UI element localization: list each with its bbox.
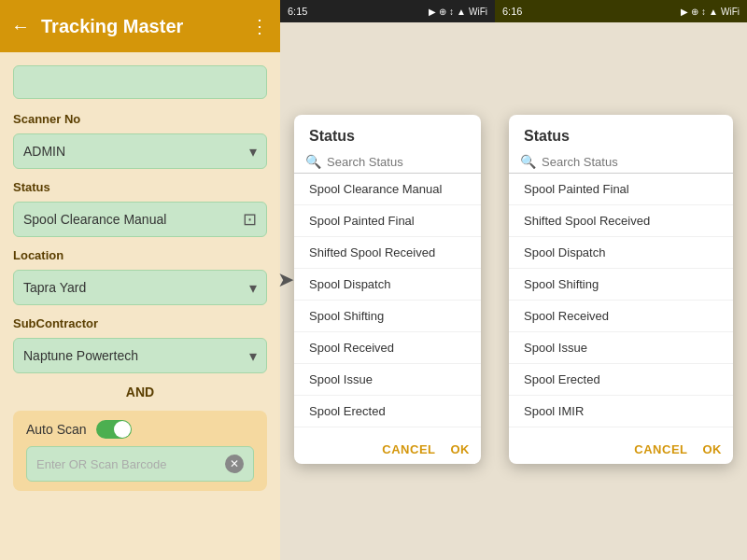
list-item[interactable]: Spool Received xyxy=(509,301,733,332)
scanner-chevron-icon: ▾ xyxy=(249,143,257,161)
search-input-right[interactable] xyxy=(542,155,722,169)
list-item[interactable]: Spool Erected xyxy=(509,364,733,396)
subcontractor-chevron-icon: ▾ xyxy=(249,347,257,365)
list-item[interactable]: Spool Painted Final xyxy=(509,174,733,205)
subcontractor-label: SubContractor xyxy=(13,316,267,330)
list-item[interactable]: Spool Dispatch xyxy=(509,237,733,269)
scanner-label: Scanner No xyxy=(13,112,267,126)
status-bar-icons-mid: ▶⊕↕▲WiFi xyxy=(429,7,487,17)
location-chevron-icon: ▾ xyxy=(249,279,257,297)
status-bar-icons-right: ▶⊕↕▲WiFi xyxy=(681,7,740,17)
dialog-actions-right: CANCEL OK xyxy=(509,435,733,464)
status-field[interactable]: Spool Clearance Manual ⊡ xyxy=(13,202,267,237)
dialog-search-mid: 🔍 xyxy=(294,150,481,174)
ok-button-mid[interactable]: OK xyxy=(451,442,471,456)
status-value: Spool Clearance Manual xyxy=(23,212,166,227)
scanner-value: ADMIN xyxy=(23,144,65,159)
barcode-placeholder: Enter OR Scan Barcode xyxy=(36,457,166,471)
list-item[interactable]: Shifted Spool Received xyxy=(294,237,481,269)
close-icon[interactable]: ✕ xyxy=(225,455,244,473)
and-separator: AND xyxy=(13,385,267,399)
location-label: Location xyxy=(13,248,267,262)
list-item[interactable]: Spool Shifted to Erection Site xyxy=(509,427,733,435)
dialog-list-mid: Spool Clearance ManualSpool Painted Fina… xyxy=(294,174,481,435)
auto-scan-label: Auto Scan xyxy=(26,422,87,437)
dialog-actions-mid: CANCEL OK xyxy=(294,435,481,464)
dialog-wrapper-right: Status 🔍 Spool Painted FinalShifted Spoo… xyxy=(509,96,733,464)
list-item[interactable]: Spool Painted Final xyxy=(294,205,481,237)
left-content: Scanner No ADMIN ▾ Status Spool Clearanc… xyxy=(0,52,280,500)
auto-scan-toggle[interactable] xyxy=(96,420,132,439)
right-dialog-area: 6:16 ▶⊕↕▲WiFi Status 🔍 Spool Painted Fin… xyxy=(495,0,747,560)
cancel-button-mid[interactable]: CANCEL xyxy=(382,442,435,456)
status-bar-mid: 6:15 ▶⊕↕▲WiFi xyxy=(280,0,495,22)
dialog-title-mid: Status xyxy=(294,115,481,150)
auto-scan-box: Auto Scan Enter OR Scan Barcode ✕ xyxy=(13,411,267,491)
list-item[interactable]: Spool Issue xyxy=(509,332,733,364)
list-item[interactable]: Shifted Spool Received xyxy=(509,205,733,237)
status-bar-time-mid: 6:15 xyxy=(288,6,307,17)
dialog-title-right: Status xyxy=(509,115,733,150)
left-panel: ← Tracking Master ⋮ Scanner No ADMIN ▾ S… xyxy=(0,0,280,560)
list-item[interactable]: Spool Issue xyxy=(294,364,481,396)
list-item[interactable]: Spool IMIR xyxy=(294,427,481,435)
status-bar-time-right: 6:16 xyxy=(502,6,522,17)
list-item[interactable]: Spool Shifting xyxy=(294,301,481,332)
subcontractor-value: Naptune Powertech xyxy=(23,348,138,363)
search-icon-right: 🔍 xyxy=(520,154,536,169)
status-label: Status xyxy=(13,180,267,194)
status-dialog-mid: Status 🔍 Spool Clearance ManualSpool Pai… xyxy=(294,115,481,464)
subcontractor-dropdown[interactable]: Naptune Powertech ▾ xyxy=(13,338,267,373)
location-dropdown[interactable]: Tapra Yard ▾ xyxy=(13,270,267,305)
list-item[interactable]: Spool Erected xyxy=(294,396,481,427)
list-item[interactable]: Spool Dispatch xyxy=(294,269,481,301)
location-value: Tapra Yard xyxy=(23,280,86,295)
cancel-button-right[interactable]: CANCEL xyxy=(634,442,687,456)
dialog-wrapper-mid: ➤ Status 🔍 Spool Clearance ManualSpool P… xyxy=(294,96,481,464)
arrow-icon: ➤ xyxy=(277,268,294,292)
search-input-mid[interactable] xyxy=(327,155,481,169)
list-item[interactable]: Spool Clearance Manual xyxy=(294,174,481,205)
scan-icon: ⊡ xyxy=(243,209,257,230)
back-icon[interactable]: ← xyxy=(11,16,30,37)
auto-scan-row: Auto Scan xyxy=(26,420,254,439)
dialog-search-right: 🔍 xyxy=(509,150,733,174)
top-input[interactable] xyxy=(13,65,267,99)
app-title: Tracking Master xyxy=(41,16,239,37)
scanner-dropdown[interactable]: ADMIN ▾ xyxy=(13,133,267,169)
toggle-knob xyxy=(114,421,131,438)
search-icon-mid: 🔍 xyxy=(305,154,321,169)
more-icon[interactable]: ⋮ xyxy=(250,15,269,37)
app-bar: ← Tracking Master ⋮ xyxy=(0,0,280,52)
status-bar-right: 6:16 ▶⊕↕▲WiFi xyxy=(495,0,747,22)
list-item[interactable]: Spool Received xyxy=(294,332,481,364)
dialog-list-right: Spool Painted FinalShifted Spool Receive… xyxy=(509,174,733,435)
barcode-row: Enter OR Scan Barcode ✕ xyxy=(26,446,254,482)
status-dialog-right: Status 🔍 Spool Painted FinalShifted Spoo… xyxy=(509,115,733,464)
middle-dialog-area: 6:15 ▶⊕↕▲WiFi ➤ Status 🔍 Spool Clearance… xyxy=(280,0,495,560)
list-item[interactable]: Spool IMIR xyxy=(509,396,733,427)
ok-button-right[interactable]: OK xyxy=(703,442,723,456)
list-item[interactable]: Spool Shifting xyxy=(509,269,733,301)
